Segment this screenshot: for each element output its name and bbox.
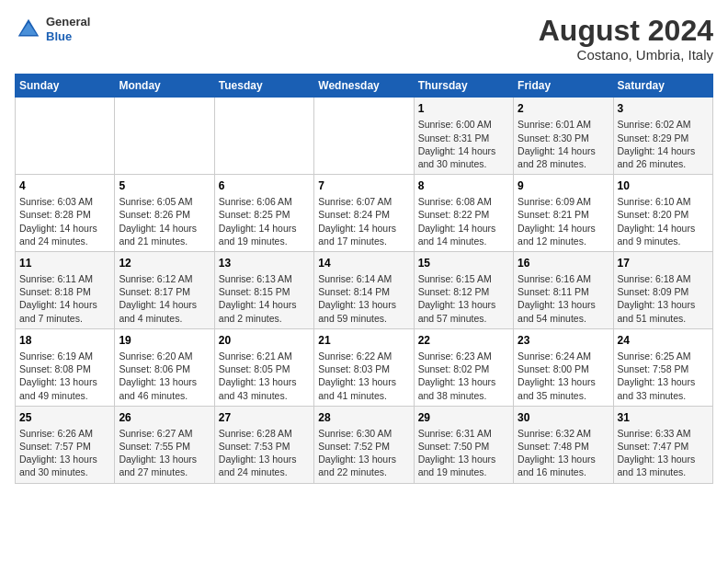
page-header: General Blue August 2024 Costano, Umbria…	[15, 15, 713, 63]
day-cell: 24Sunrise: 6:25 AMSunset: 7:58 PMDayligh…	[613, 328, 712, 406]
day-info: Sunrise: 6:16 AMSunset: 8:11 PMDaylight:…	[518, 272, 609, 325]
day-cell: 23Sunrise: 6:24 AMSunset: 8:00 PMDayligh…	[514, 328, 613, 406]
day-number: 14	[318, 256, 409, 270]
day-cell: 6Sunrise: 6:06 AMSunset: 8:25 PMDaylight…	[214, 175, 313, 252]
calendar-body: 1Sunrise: 6:00 AMSunset: 8:31 PMDaylight…	[16, 98, 713, 483]
day-cell	[214, 98, 313, 175]
day-cell: 19Sunrise: 6:20 AMSunset: 8:06 PMDayligh…	[115, 328, 214, 406]
day-number: 10	[618, 178, 709, 193]
day-info: Sunrise: 6:22 AMSunset: 8:03 PMDaylight:…	[318, 350, 409, 402]
day-info: Sunrise: 6:03 AMSunset: 8:28 PMDaylight:…	[19, 195, 110, 247]
day-info: Sunrise: 6:01 AMSunset: 8:30 PMDaylight:…	[518, 118, 609, 170]
day-cell: 29Sunrise: 6:31 AMSunset: 7:50 PMDayligh…	[414, 406, 513, 483]
day-cell: 15Sunrise: 6:15 AMSunset: 8:12 PMDayligh…	[414, 251, 513, 328]
day-info: Sunrise: 6:21 AMSunset: 8:05 PMDaylight:…	[219, 350, 310, 402]
day-number: 2	[518, 101, 609, 116]
title-block: August 2024 Costano, Umbria, Italy	[539, 15, 713, 63]
header-row: SundayMondayTuesdayWednesdayThursdayFrid…	[16, 75, 713, 98]
day-cell: 7Sunrise: 6:07 AMSunset: 8:24 PMDaylight…	[314, 175, 414, 252]
day-number: 9	[518, 178, 609, 193]
day-cell: 11Sunrise: 6:11 AMSunset: 8:18 PMDayligh…	[16, 251, 115, 328]
day-cell: 28Sunrise: 6:30 AMSunset: 7:52 PMDayligh…	[314, 406, 414, 483]
day-cell: 21Sunrise: 6:22 AMSunset: 8:03 PMDayligh…	[314, 328, 414, 406]
day-number: 3	[618, 101, 709, 116]
day-info: Sunrise: 6:20 AMSunset: 8:06 PMDaylight:…	[119, 350, 210, 402]
day-number: 29	[418, 410, 509, 425]
day-header-sunday: Sunday	[16, 75, 115, 98]
day-cell: 27Sunrise: 6:28 AMSunset: 7:53 PMDayligh…	[214, 406, 313, 483]
day-number: 5	[119, 178, 210, 193]
day-cell	[115, 98, 214, 175]
calendar-header: SundayMondayTuesdayWednesdayThursdayFrid…	[16, 75, 713, 98]
day-number: 13	[219, 256, 310, 270]
day-info: Sunrise: 6:30 AMSunset: 7:52 PMDaylight:…	[318, 427, 409, 479]
day-cell: 25Sunrise: 6:26 AMSunset: 7:57 PMDayligh…	[16, 406, 115, 483]
day-cell: 12Sunrise: 6:12 AMSunset: 8:17 PMDayligh…	[115, 251, 214, 328]
day-number: 16	[518, 256, 609, 270]
day-cell: 14Sunrise: 6:14 AMSunset: 8:14 PMDayligh…	[314, 251, 414, 328]
day-number: 26	[119, 410, 210, 425]
day-cell: 22Sunrise: 6:23 AMSunset: 8:02 PMDayligh…	[414, 328, 513, 406]
calendar-table: SundayMondayTuesdayWednesdayThursdayFrid…	[15, 74, 713, 483]
day-info: Sunrise: 6:10 AMSunset: 8:20 PMDaylight:…	[618, 195, 709, 247]
day-cell: 26Sunrise: 6:27 AMSunset: 7:55 PMDayligh…	[115, 406, 214, 483]
logo-blue: Blue	[46, 29, 90, 44]
logo-general: General	[46, 15, 90, 29]
day-info: Sunrise: 6:33 AMSunset: 7:47 PMDaylight:…	[618, 427, 709, 479]
day-cell: 18Sunrise: 6:19 AMSunset: 8:08 PMDayligh…	[16, 328, 115, 406]
day-info: Sunrise: 6:02 AMSunset: 8:29 PMDaylight:…	[618, 118, 709, 170]
day-header-friday: Friday	[514, 75, 613, 98]
day-number: 19	[119, 333, 210, 348]
day-number: 15	[418, 256, 509, 270]
day-number: 12	[119, 256, 210, 270]
logo-text: General Blue	[46, 15, 90, 43]
day-cell	[16, 98, 115, 175]
day-info: Sunrise: 6:07 AMSunset: 8:24 PMDaylight:…	[318, 195, 409, 247]
day-header-thursday: Thursday	[414, 75, 513, 98]
day-info: Sunrise: 6:26 AMSunset: 7:57 PMDaylight:…	[19, 427, 110, 479]
day-number: 22	[418, 333, 509, 348]
day-number: 28	[318, 410, 409, 425]
day-number: 7	[318, 178, 409, 193]
day-header-wednesday: Wednesday	[314, 75, 414, 98]
page-title: August 2024	[539, 15, 713, 47]
day-info: Sunrise: 6:05 AMSunset: 8:26 PMDaylight:…	[119, 195, 210, 247]
day-cell: 16Sunrise: 6:16 AMSunset: 8:11 PMDayligh…	[514, 251, 613, 328]
day-info: Sunrise: 6:19 AMSunset: 8:08 PMDaylight:…	[19, 350, 110, 402]
day-cell: 30Sunrise: 6:32 AMSunset: 7:48 PMDayligh…	[514, 406, 613, 483]
day-number: 17	[618, 256, 709, 270]
day-info: Sunrise: 6:06 AMSunset: 8:25 PMDaylight:…	[219, 195, 310, 247]
day-cell: 10Sunrise: 6:10 AMSunset: 8:20 PMDayligh…	[613, 175, 712, 252]
day-info: Sunrise: 6:32 AMSunset: 7:48 PMDaylight:…	[518, 427, 609, 479]
day-cell: 3Sunrise: 6:02 AMSunset: 8:29 PMDaylight…	[613, 98, 712, 175]
day-header-saturday: Saturday	[613, 75, 712, 98]
day-info: Sunrise: 6:14 AMSunset: 8:14 PMDaylight:…	[318, 272, 409, 325]
day-info: Sunrise: 6:24 AMSunset: 8:00 PMDaylight:…	[518, 350, 609, 402]
day-cell	[314, 98, 414, 175]
week-row-1: 4Sunrise: 6:03 AMSunset: 8:28 PMDaylight…	[16, 175, 713, 252]
day-cell: 17Sunrise: 6:18 AMSunset: 8:09 PMDayligh…	[613, 251, 712, 328]
day-cell: 8Sunrise: 6:08 AMSunset: 8:22 PMDaylight…	[414, 175, 513, 252]
day-number: 8	[418, 178, 509, 193]
day-cell: 31Sunrise: 6:33 AMSunset: 7:47 PMDayligh…	[613, 406, 712, 483]
week-row-4: 25Sunrise: 6:26 AMSunset: 7:57 PMDayligh…	[16, 406, 713, 483]
day-info: Sunrise: 6:12 AMSunset: 8:17 PMDaylight:…	[119, 272, 210, 325]
day-info: Sunrise: 6:31 AMSunset: 7:50 PMDaylight:…	[418, 427, 509, 479]
week-row-2: 11Sunrise: 6:11 AMSunset: 8:18 PMDayligh…	[16, 251, 713, 328]
day-number: 4	[19, 178, 110, 193]
day-info: Sunrise: 6:00 AMSunset: 8:31 PMDaylight:…	[418, 118, 509, 170]
day-number: 18	[19, 333, 110, 348]
day-header-monday: Monday	[115, 75, 214, 98]
day-number: 11	[19, 256, 110, 270]
day-number: 1	[418, 101, 509, 116]
day-header-tuesday: Tuesday	[214, 75, 313, 98]
week-row-3: 18Sunrise: 6:19 AMSunset: 8:08 PMDayligh…	[16, 328, 713, 406]
day-number: 23	[518, 333, 609, 348]
day-number: 31	[618, 410, 709, 425]
day-cell: 1Sunrise: 6:00 AMSunset: 8:31 PMDaylight…	[414, 98, 513, 175]
page-subtitle: Costano, Umbria, Italy	[539, 47, 713, 63]
day-number: 27	[219, 410, 310, 425]
day-number: 30	[518, 410, 609, 425]
day-info: Sunrise: 6:13 AMSunset: 8:15 PMDaylight:…	[219, 272, 310, 325]
day-info: Sunrise: 6:18 AMSunset: 8:09 PMDaylight:…	[618, 272, 709, 325]
